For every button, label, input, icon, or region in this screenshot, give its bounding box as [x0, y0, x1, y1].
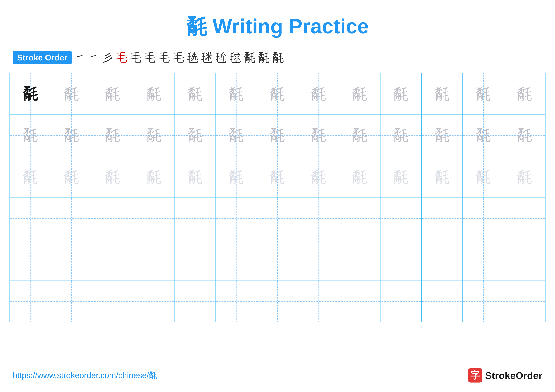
grid-cell-3-12: 氄: [463, 156, 504, 198]
grid-cell-2-8: 氄: [298, 115, 339, 156]
stroke-2: ㇀: [89, 50, 99, 65]
grid-cell-5-11[interactable]: [422, 239, 463, 280]
title-label: Writing Practice: [212, 15, 369, 38]
grid-cell-6-4[interactable]: [133, 281, 175, 322]
grid-cell-6-5[interactable]: [175, 281, 216, 322]
grid-cell-1-13: 氄: [504, 73, 545, 114]
stroke-10: 毩: [201, 50, 213, 65]
grid-cell-6-8[interactable]: [298, 281, 339, 322]
grid-row-6: [10, 281, 545, 322]
grid-cell-5-6[interactable]: [216, 239, 257, 280]
title-char: 氄: [186, 15, 207, 38]
grid-cell-4-7[interactable]: [257, 198, 298, 239]
grid-cell-3-10: 氄: [380, 156, 422, 198]
stroke-12: 毬: [230, 50, 241, 65]
grid-cell-4-3[interactable]: [92, 198, 133, 239]
grid-cell-6-7[interactable]: [257, 281, 298, 322]
stroke-8: 毛: [173, 50, 184, 65]
grid-row-5: [10, 239, 545, 281]
grid-cell-1-8: 氄: [298, 73, 339, 114]
grid-cell-1-4: 氄: [133, 73, 175, 114]
grid-cell-4-8[interactable]: [298, 198, 339, 239]
grid-cell-1-1: 氄: [10, 73, 51, 114]
grid-cell-6-9[interactable]: [339, 281, 380, 322]
grid-cell-6-10[interactable]: [380, 281, 422, 322]
grid-cell-2-9: 氄: [339, 115, 380, 156]
grid-cell-6-12[interactable]: [463, 281, 504, 322]
grid-cell-1-5: 氄: [175, 73, 216, 114]
grid-cell-5-3[interactable]: [92, 239, 133, 280]
practice-grid: 氄 氄 氄 氄 氄 氄 氄 氄 氄 氄 氄 氄 氄 氄 氄 氄 氄 氄 氄 氄 …: [9, 73, 546, 322]
grid-cell-6-2[interactable]: [51, 281, 92, 322]
grid-cell-5-7[interactable]: [257, 239, 298, 280]
grid-cell-4-6[interactable]: [216, 198, 257, 239]
stroke-14: 氄: [258, 50, 270, 65]
page-title: 氄 Writing Practice: [186, 15, 369, 38]
grid-cell-1-6: 氄: [216, 73, 257, 114]
footer-url: https://www.strokeorder.com/chinese/氄: [13, 370, 157, 381]
grid-cell-1-2: 氄: [51, 73, 92, 114]
grid-cell-2-3: 氄: [92, 115, 133, 156]
grid-cell-1-3: 氄: [92, 73, 133, 114]
logo-icon: 字: [468, 368, 482, 383]
grid-cell-2-4: 氄: [133, 115, 175, 156]
grid-cell-2-11: 氄: [422, 115, 463, 156]
footer-logo: 字 StrokeOrder: [468, 368, 542, 383]
grid-cell-2-7: 氄: [257, 115, 298, 156]
stroke-order-section: Stroke Order ㇀ ㇀ 彡 毛 毛 毛 毛 毛 毨 毩 毪 毬 氄 氄…: [0, 47, 555, 70]
grid-cell-2-12: 氄: [463, 115, 504, 156]
grid-cell-6-1[interactable]: [10, 281, 51, 322]
grid-cell-4-9[interactable]: [339, 198, 380, 239]
grid-cell-2-6: 氄: [216, 115, 257, 156]
grid-cell-4-10[interactable]: [380, 198, 422, 239]
grid-cell-1-11: 氄: [422, 73, 463, 114]
grid-cell-4-12[interactable]: [463, 198, 504, 239]
title-section: 氄 Writing Practice: [0, 0, 555, 47]
grid-cell-6-3[interactable]: [92, 281, 133, 322]
grid-cell-5-10[interactable]: [380, 239, 422, 280]
grid-cell-5-1[interactable]: [10, 239, 51, 280]
grid-cell-4-5[interactable]: [175, 198, 216, 239]
grid-cell-4-4[interactable]: [133, 198, 175, 239]
grid-cell-4-2[interactable]: [51, 198, 92, 239]
grid-row-4: [10, 198, 545, 239]
grid-cell-3-1: 氄: [10, 156, 51, 198]
grid-cell-5-2[interactable]: [51, 239, 92, 280]
grid-cell-2-13: 氄: [504, 115, 545, 156]
char-dark: 氄: [23, 84, 38, 104]
stroke-chars: ㇀ ㇀ 彡 毛 毛 毛 毛 毛 毨 毩 毪 毬 氄 氄 氄: [75, 50, 284, 65]
stroke-7: 毛: [159, 50, 170, 65]
grid-cell-3-6: 氄: [216, 156, 257, 198]
grid-cell-5-4[interactable]: [133, 239, 175, 280]
grid-cell-5-12[interactable]: [463, 239, 504, 280]
grid-cell-6-13[interactable]: [504, 281, 545, 322]
logo-icon-char: 字: [470, 369, 480, 382]
grid-cell-3-11: 氄: [422, 156, 463, 198]
grid-cell-3-8: 氄: [298, 156, 339, 198]
grid-cell-3-3: 氄: [92, 156, 133, 198]
grid-cell-6-6[interactable]: [216, 281, 257, 322]
stroke-6: 毛: [144, 50, 156, 65]
grid-cell-3-4: 氄: [133, 156, 175, 198]
grid-cell-3-5: 氄: [175, 156, 216, 198]
stroke-9: 毨: [187, 50, 198, 65]
logo-text: StrokeOrder: [485, 370, 542, 381]
grid-cell-1-7: 氄: [257, 73, 298, 114]
grid-cell-5-8[interactable]: [298, 239, 339, 280]
grid-cell-5-5[interactable]: [175, 239, 216, 280]
grid-cell-2-1: 氄: [10, 115, 51, 156]
grid-cell-1-10: 氄: [380, 73, 422, 114]
grid-cell-4-11[interactable]: [422, 198, 463, 239]
grid-cell-4-13[interactable]: [504, 198, 545, 239]
grid-cell-5-9[interactable]: [339, 239, 380, 280]
grid-cell-5-13[interactable]: [504, 239, 545, 280]
grid-cell-3-9: 氄: [339, 156, 380, 198]
grid-row-3: 氄 氄 氄 氄 氄 氄 氄 氄 氄 氄 氄 氄 氄: [10, 156, 545, 198]
stroke-5: 毛: [130, 50, 141, 65]
grid-cell-4-1[interactable]: [10, 198, 51, 239]
grid-cell-2-5: 氄: [175, 115, 216, 156]
grid-cell-3-13: 氄: [504, 156, 545, 198]
stroke-3: 彡: [102, 50, 113, 65]
grid-cell-2-2: 氄: [51, 115, 92, 156]
grid-cell-6-11[interactable]: [422, 281, 463, 322]
